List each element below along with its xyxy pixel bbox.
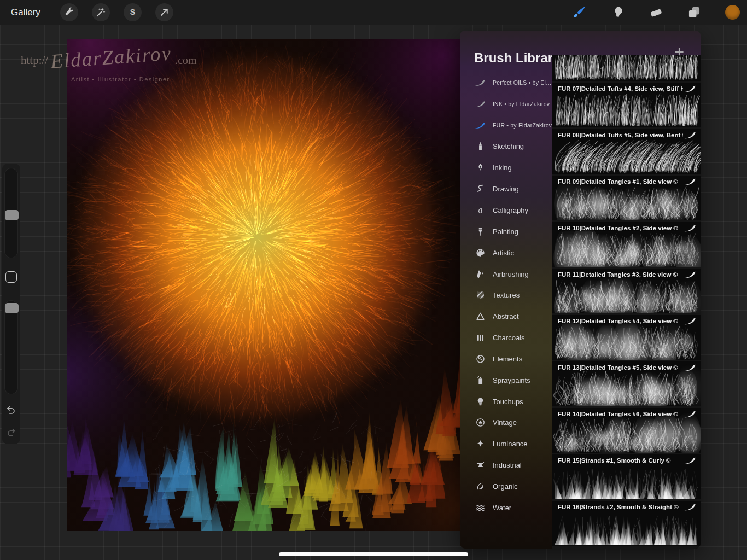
selection-button[interactable]: S xyxy=(124,3,142,21)
selection-s-icon: S xyxy=(127,7,138,18)
brush-library-header: Brush Library xyxy=(460,31,552,72)
category-painting[interactable]: Painting xyxy=(460,221,552,242)
category-artistic[interactable]: Artistic xyxy=(460,242,552,264)
category-label: Charcoals xyxy=(493,334,525,342)
top-toolbar: Gallery S xyxy=(0,0,747,25)
smudge-button[interactable] xyxy=(610,5,626,20)
category-spraypaints[interactable]: Spraypaints xyxy=(460,370,552,391)
category-inking[interactable]: Inking xyxy=(460,157,552,178)
brush-item-partial[interactable] xyxy=(552,55,701,81)
category-elements[interactable]: Elements xyxy=(460,348,552,370)
redo-button[interactable] xyxy=(5,427,17,438)
category-label: Water xyxy=(493,504,511,512)
category-label: Abstract xyxy=(493,312,519,320)
toolbar-left-tools: S xyxy=(60,3,187,21)
brush-item-fur-8[interactable]: FUR 08|Detailed Tufts #5, Side view, Ben… xyxy=(552,129,701,174)
category-organic[interactable]: Organic xyxy=(460,476,552,497)
paint-button[interactable] xyxy=(572,5,587,20)
brush-name: FUR 08|Detailed Tufts #5, Side view, Ben… xyxy=(558,132,683,138)
category-vintage[interactable]: Vintage xyxy=(460,412,552,434)
brush-item-fur-10[interactable]: FUR 10|Detailed Tangles #2, Side view © xyxy=(552,222,701,267)
brush-name: FUR 09|Detailed Tangles #1, Side view © xyxy=(558,178,683,185)
toolbar-right-tools xyxy=(572,5,702,20)
erase-button[interactable] xyxy=(649,5,664,20)
category-industrial[interactable]: Industrial xyxy=(460,454,552,476)
actions-button[interactable] xyxy=(60,3,78,21)
category-textures[interactable]: Textures xyxy=(460,284,552,306)
category-charcoals[interactable]: Charcoals xyxy=(460,327,552,348)
undo-button[interactable] xyxy=(5,404,17,416)
home-indicator[interactable] xyxy=(279,552,468,556)
brush-item-fur-16[interactable]: FUR 16|Strands #2, Smooth & Straight © xyxy=(552,501,701,546)
brush-item-fur-9[interactable]: FUR 09|Detailed Tangles #1, Side view © xyxy=(552,176,701,220)
gallery-button[interactable]: Gallery xyxy=(11,7,40,18)
brush-library-panel: Brush Library + Perfect OILS • by Eld…IN… xyxy=(460,31,701,549)
category-label: Spraypaints xyxy=(493,376,530,384)
brush-set-label: FUR • by EldarZakirov xyxy=(493,122,552,129)
drawing-canvas[interactable] xyxy=(67,39,460,531)
brush-stroke-icon xyxy=(684,178,697,186)
letter-a-icon: a xyxy=(474,205,486,215)
brush-item-fur-12[interactable]: FUR 12|Detailed Tangles #4, Side view © xyxy=(552,315,701,360)
adjustments-button[interactable] xyxy=(92,3,110,21)
brush-set-ink[interactable]: INK • by EldarZakirov xyxy=(460,94,552,115)
eraser-icon xyxy=(649,5,664,20)
modify-button[interactable] xyxy=(5,271,17,283)
layers-button[interactable] xyxy=(687,5,702,20)
category-drawing[interactable]: Drawing xyxy=(460,178,552,200)
brush-list: FUR 07|Detailed Tufts #4, Side view, Sti… xyxy=(552,55,701,549)
waves-icon xyxy=(474,503,486,513)
texture-square-icon xyxy=(474,290,486,300)
category-label: Textures xyxy=(493,291,520,299)
brush-size-slider[interactable] xyxy=(4,168,18,258)
category-label: Inking xyxy=(493,164,512,172)
category-label: Luminance xyxy=(493,440,528,448)
brush-name: FUR 10|Detailed Tangles #2, Side view © xyxy=(558,225,683,231)
category-water[interactable]: Water xyxy=(460,497,552,518)
side-toolbar xyxy=(2,164,20,444)
brush-item-fur-13[interactable]: FUR 13|Detailed Tangles #5, Side view © xyxy=(552,361,701,406)
brush-stroke-icon xyxy=(474,121,486,130)
brush-stroke-icon xyxy=(684,410,697,418)
brush-set-label: Perfect OILS • by Eld… xyxy=(493,79,552,86)
brush-set-perfect-oils[interactable]: Perfect OILS • by Eld… xyxy=(460,72,552,94)
brush-item-fur-15[interactable]: FUR 15|Strands #1, Smooth & Curly © xyxy=(552,454,701,499)
category-abstract[interactable]: Abstract xyxy=(460,306,552,327)
category-luminance[interactable]: Luminance xyxy=(460,433,552,454)
toolbar-right-group xyxy=(572,0,747,25)
brush-name: FUR 14|Detailed Tangles #6, Side view © xyxy=(558,411,683,417)
palette-icon xyxy=(474,248,486,258)
category-label: Touchups xyxy=(493,398,523,406)
brush-size-handle[interactable] xyxy=(5,210,19,220)
brush-item-fur-11[interactable]: FUR 11|Detailed Tangles #3, Side view © xyxy=(552,269,701,313)
brush-stroke-icon xyxy=(684,503,697,511)
brush-opacity-handle[interactable] xyxy=(5,303,19,313)
brush-name: FUR 07|Detailed Tufts #4, Side view, Sti… xyxy=(558,85,683,92)
category-calligraphy[interactable]: aCalligraphy xyxy=(460,200,552,221)
brush-stroke-icon xyxy=(474,79,486,87)
brush-set-fur[interactable]: FUR • by EldarZakirov xyxy=(460,115,552,136)
category-airbrushing[interactable]: Airbrushing xyxy=(460,264,552,285)
category-touchups[interactable]: Touchups xyxy=(460,391,552,412)
wrench-icon xyxy=(64,7,74,18)
category-label: Organic xyxy=(493,482,518,491)
spray-can-icon xyxy=(474,375,486,386)
paint-brush-icon xyxy=(572,5,587,20)
brush-item-fur-14[interactable]: FUR 14|Detailed Tangles #6, Side view © xyxy=(552,408,701,453)
brush-item-fur-7[interactable]: FUR 07|Detailed Tufts #4, Side view, Sti… xyxy=(552,83,701,127)
anvil-icon xyxy=(474,460,486,470)
bars-icon xyxy=(474,332,486,343)
brush-name: FUR 13|Detailed Tangles #5, Side view © xyxy=(558,364,683,371)
pen-nib-icon xyxy=(474,162,486,173)
svg-text:a: a xyxy=(478,205,482,214)
brush-name: FUR 12|Detailed Tangles #4, Side view © xyxy=(558,318,683,324)
brush-stroke-icon xyxy=(474,100,486,108)
airbrush-icon xyxy=(474,269,486,279)
category-sketching[interactable]: Sketching xyxy=(460,136,552,158)
cosmetic-brush-icon xyxy=(474,396,486,407)
brush-name: FUR 15|Strands #1, Smooth & Curly © xyxy=(558,457,683,464)
brush-opacity-slider[interactable] xyxy=(4,300,18,394)
transform-button[interactable] xyxy=(155,3,173,21)
active-color-swatch[interactable] xyxy=(725,5,740,20)
brush-name: FUR 11|Detailed Tangles #3, Side view © xyxy=(558,271,683,278)
